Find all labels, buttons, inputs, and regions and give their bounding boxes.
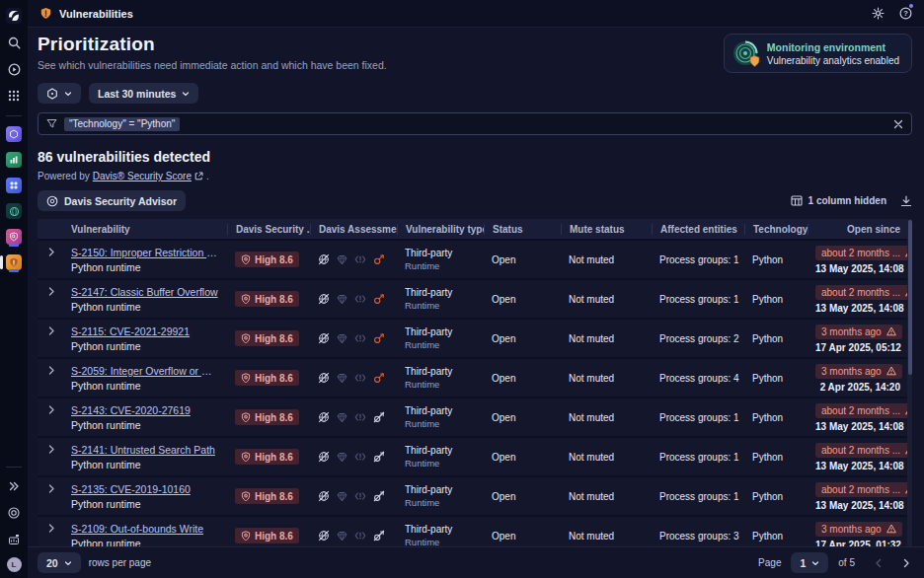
- clear-filter-icon[interactable]: [893, 119, 903, 129]
- status-cell: Open: [484, 531, 561, 542]
- vulnerabilities-app-icon[interactable]: [6, 254, 22, 270]
- vulnerability-link[interactable]: S-2115: CVE-2021-29921: [71, 325, 219, 337]
- squares-app-icon[interactable]: [6, 178, 22, 193]
- age-label: about 2 months ...: [821, 248, 900, 258]
- score-label: High 8.6: [255, 412, 293, 423]
- open-since-cell: about 2 months ... 13 May 2025, 14:08: [808, 443, 912, 471]
- affected-entities-cell: Process groups: 3: [652, 531, 744, 542]
- age-badge: about 2 months ...: [815, 246, 912, 260]
- cube-app-icon[interactable]: [6, 126, 22, 142]
- vulnerabilities-app-icon-small: [39, 7, 52, 20]
- apps-grid-icon[interactable]: [5, 87, 23, 105]
- previous-page-icon[interactable]: [875, 558, 882, 568]
- pagination-footer: 20 rows per page Page 1 of 5: [28, 546, 924, 578]
- globe-app-icon[interactable]: [6, 203, 22, 219]
- expand-row-icon[interactable]: [38, 438, 63, 454]
- column-technology[interactable]: Technology: [744, 224, 808, 235]
- table-row[interactable]: S-2147: Classic Buffer Overflow Python r…: [38, 280, 912, 320]
- page-select[interactable]: 1: [791, 552, 828, 573]
- vulnerability-link[interactable]: S-2059: Integer Overflow or Wraparou...: [71, 365, 219, 377]
- mute-status-cell: Not muted: [561, 294, 652, 305]
- expand-row-icon[interactable]: [38, 280, 63, 296]
- column-status[interactable]: Status: [484, 224, 561, 235]
- user-avatar[interactable]: L: [7, 557, 22, 572]
- davis-assessment-cell: [310, 332, 397, 344]
- expand-row-icon[interactable]: [38, 241, 63, 256]
- vulnerability-cell: S-2150: Improper Restriction of XML E...…: [63, 247, 227, 273]
- powered-by-prefix: Powered by: [38, 171, 90, 181]
- scope-filter-button[interactable]: [38, 83, 81, 104]
- next-page-icon[interactable]: [903, 558, 910, 568]
- play-circle-icon[interactable]: [5, 60, 23, 78]
- column-vulnerability-type[interactable]: Vulnerability type: [397, 224, 484, 235]
- dynatrace-logo[interactable]: [5, 7, 23, 25]
- timeframe-button[interactable]: Last 30 minutes: [89, 83, 198, 104]
- expand-row-icon[interactable]: [38, 398, 63, 414]
- age-badge: 3 months ago: [815, 522, 902, 537]
- score-label: High 8.6: [255, 254, 293, 265]
- security-investigator-app-icon[interactable]: [6, 229, 22, 245]
- table-row[interactable]: S-2143: CVE-2020-27619 Python runtime Hi…: [38, 398, 912, 438]
- search-icon[interactable]: [5, 34, 23, 51]
- expand-sidebar-icon[interactable]: [5, 477, 23, 495]
- table-scrollbar[interactable]: [907, 219, 912, 556]
- vulnerability-type-secondary: Runtime: [405, 497, 476, 508]
- column-vulnerability[interactable]: Vulnerability: [63, 224, 227, 235]
- vulnerability-cell: S-2115: CVE-2021-29921 Python runtime: [63, 325, 227, 352]
- expand-row-icon[interactable]: [38, 359, 63, 375]
- powered-by-line: Powered by Davis® Security Score .: [38, 171, 912, 181]
- table-row[interactable]: S-2059: Integer Overflow or Wraparou... …: [38, 359, 912, 398]
- vulnerability-runtime: Python runtime: [71, 340, 219, 352]
- expand-row-icon[interactable]: [38, 477, 63, 493]
- vulnerability-link[interactable]: S-2150: Improper Restriction of XML E...: [71, 247, 219, 258]
- columns-hidden-button[interactable]: 1 column hidden: [791, 195, 886, 206]
- rows-per-page-select[interactable]: 20: [38, 552, 81, 573]
- age-label: about 2 months ...: [821, 287, 900, 298]
- monitoring-environment-card[interactable]: Monitoring environment Vulnerability ana…: [724, 34, 912, 73]
- table-row[interactable]: S-2135: CVE-2019-10160 Python runtime Hi…: [38, 477, 912, 517]
- scrollbar-thumb[interactable]: [908, 220, 912, 375]
- vulnerability-runtime: Python runtime: [71, 459, 219, 470]
- filter-query-tag[interactable]: "Technology" = "Python": [64, 117, 180, 131]
- filter-input[interactable]: "Technology" = "Python": [38, 112, 912, 135]
- expand-row-icon[interactable]: [38, 517, 63, 533]
- davis-security-score-link[interactable]: Davis® Security Score: [93, 171, 192, 181]
- vulnerability-type-cell: Third-party Runtime: [397, 405, 484, 429]
- column-davis-security[interactable]: Davis Security ...: [227, 224, 310, 235]
- data-assets-icon: [337, 373, 347, 384]
- vulnerability-link[interactable]: S-2141: Untrusted Search Path: [71, 444, 219, 456]
- davis-security-advisor-button[interactable]: Davis Security Advisor: [38, 190, 186, 211]
- column-davis-assessment[interactable]: Davis Assessment: [310, 224, 397, 235]
- score-label: High 8.6: [255, 531, 293, 542]
- chart-flag-icon[interactable]: [5, 531, 23, 548]
- expand-row-icon[interactable]: [38, 320, 63, 335]
- open-since-cell: 3 months ago 17 Apr 2025, 05:12: [808, 325, 912, 353]
- technology-cell: Python: [744, 294, 808, 305]
- davis-security-score-badge: High 8.6: [235, 528, 299, 543]
- vulnerability-link[interactable]: S-2143: CVE-2020-27619: [71, 404, 219, 416]
- column-mute-status[interactable]: Mute status: [561, 224, 652, 235]
- chart-app-icon[interactable]: [6, 152, 22, 168]
- davis-security-cell: High 8.6: [227, 528, 310, 543]
- vulnerability-link[interactable]: S-2147: Classic Buffer Overflow: [71, 286, 219, 298]
- column-open-since[interactable]: Open since: [808, 224, 912, 235]
- vulnerability-link[interactable]: S-2109: Out-of-bounds Write: [71, 523, 219, 535]
- settings-gear-icon[interactable]: [872, 7, 885, 20]
- vulnerability-link[interactable]: S-2135: CVE-2019-10160: [71, 483, 219, 495]
- davis-security-score-badge: High 8.6: [235, 330, 299, 346]
- table-row[interactable]: S-2141: Untrusted Search Path Python run…: [38, 438, 912, 477]
- vulnerability-type-cell: Third-party Runtime: [397, 326, 484, 350]
- public-exploit-icon: [354, 531, 366, 541]
- vulnerability-type-cell: Third-party Runtime: [397, 445, 484, 469]
- table-body: S-2150: Improper Restriction of XML E...…: [38, 241, 912, 556]
- download-icon[interactable]: [900, 195, 912, 207]
- age-badge: about 2 months ...: [815, 285, 912, 300]
- public-exploit-icon: [354, 294, 366, 304]
- column-affected-entities[interactable]: Affected entities: [652, 224, 744, 235]
- table-row[interactable]: S-2150: Improper Restriction of XML E...…: [38, 241, 912, 280]
- status-cell: Open: [484, 254, 561, 265]
- help-icon[interactable]: ?: [899, 7, 912, 20]
- circled-target-icon[interactable]: [5, 504, 23, 522]
- vulnerable-function-icon: [373, 490, 385, 502]
- table-row[interactable]: S-2115: CVE-2021-29921 Python runtime Hi…: [38, 320, 912, 359]
